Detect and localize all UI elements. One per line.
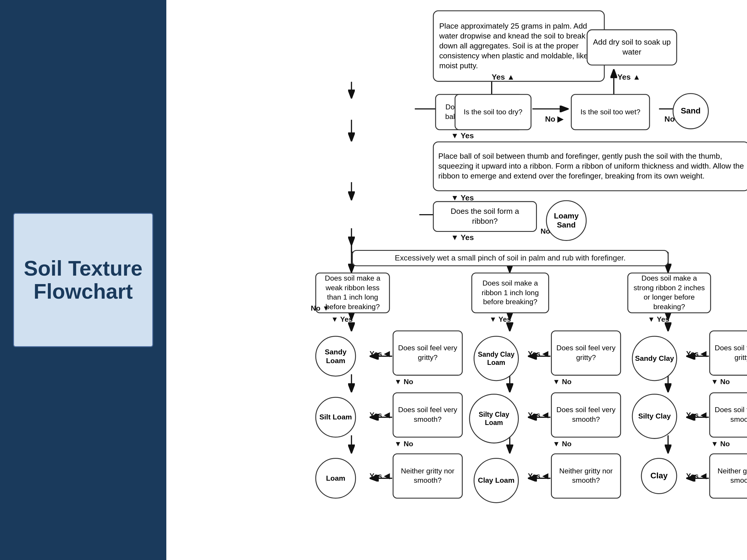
smooth2-rect: Does soil feel very smooth? [551, 392, 621, 437]
yes-weak-down: ▼ Yes [331, 316, 353, 324]
gritty2-rect: Does soil feel very gritty? [551, 330, 621, 376]
loam-circle: Loam [315, 458, 356, 499]
sandy-clay-circle: Sandy Clay [632, 336, 677, 381]
yes-gritty3: Yes ◀ [686, 349, 706, 358]
no-smooth2: ▼ No [553, 440, 571, 448]
left-panel: Soil Texture Flowchart [0, 0, 166, 560]
right-panel: Place approximately 25 grams in palm. Ad… [166, 0, 747, 560]
no-weak: No ▼ [311, 304, 330, 312]
yes-smooth1: Yes ◀ [370, 410, 390, 419]
yes-neither3: Yes ◀ [686, 472, 706, 480]
yes-form-ribbon-down: ▼ Yes [451, 233, 474, 242]
gritty1-rect: Does soil feel very gritty? [393, 330, 463, 376]
no-label-dry: No ▶ [545, 114, 564, 124]
yes-smooth2: Yes ◀ [528, 410, 548, 419]
page-title: Soil Texture Flowchart [23, 257, 144, 303]
form-ribbon-rect: Does the soil form a ribbon? [433, 201, 537, 232]
yes-neither1: Yes ◀ [370, 472, 390, 480]
sandy-loam-circle: Sandy Loam [315, 336, 356, 377]
gritty3-rect: Does soil feel very gritty? [710, 330, 747, 376]
yes-neither2: Yes ◀ [528, 472, 548, 480]
strong-ribbon-rect: Does soil make a strong ribbon 2 inches … [627, 273, 711, 314]
ribbon-instruction-rect: Place ball of soil between thumb and for… [433, 141, 747, 191]
flowchart: Place approximately 25 grams in palm. Ad… [175, 6, 747, 560]
no-smooth1: ▼ No [394, 440, 413, 448]
neither3-rect: Neither gritty nor smooth? [710, 454, 747, 499]
no-gritty2: ▼ No [553, 378, 571, 386]
title-box: Soil Texture Flowchart [13, 213, 153, 347]
no-gritty1: ▼ No [394, 378, 413, 386]
silty-clay-loam-circle: Silty Clay Loam [469, 394, 519, 444]
yes-gritty2: Yes ◀ [528, 349, 548, 358]
too-wet-rect: Is the soil too wet? [571, 94, 650, 130]
clay-circle: Clay [641, 458, 677, 494]
too-dry-rect: Is the soil too dry? [455, 94, 532, 130]
yes-medium-down: ▼ Yes [489, 316, 511, 324]
yes-smooth3: Yes ◀ [686, 410, 706, 419]
add-dry-soil-rect: Add dry soil to soak up water [587, 29, 677, 65]
yes-label-toowet-up: Yes ▲ [617, 73, 641, 82]
medium-ribbon-rect: Does soil make a ribbon 1 inch long befo… [471, 273, 549, 314]
neither2-rect: Neither gritty nor smooth? [551, 454, 621, 499]
yes-label-toodry-up: Yes ▲ [492, 73, 515, 82]
smooth1-rect: Does soil feel very smooth? [393, 392, 463, 437]
sandy-clay-loam-circle: Sandy Clay Loam [473, 336, 519, 381]
no-smooth3: ▼ No [711, 440, 730, 448]
intro-rect: Place approximately 25 grams in palm. Ad… [433, 10, 605, 82]
no-loamy-sand: No [540, 228, 550, 236]
wet-pinch-bar-label: Excessively wet a small pinch of soil in… [352, 250, 669, 266]
sand-circle: Sand [673, 93, 709, 129]
clay-loam-circle: Clay Loam [473, 458, 519, 503]
smooth3-rect: Does soil feel very smooth? [710, 392, 747, 437]
yes-strong-down: ▼ Yes [648, 316, 669, 324]
yes-gritty1: Yes ◀ [370, 349, 390, 358]
yes-label-remain-down: ▼ Yes [451, 132, 474, 140]
silt-loam-circle: Silt Loam [315, 397, 356, 438]
loamy-sand-circle: Loamy Sand [546, 201, 587, 241]
no-gritty3: ▼ No [711, 378, 730, 386]
neither1-rect: Neither gritty nor smooth? [393, 454, 463, 499]
silty-clay-circle: Silty Clay [632, 394, 677, 439]
